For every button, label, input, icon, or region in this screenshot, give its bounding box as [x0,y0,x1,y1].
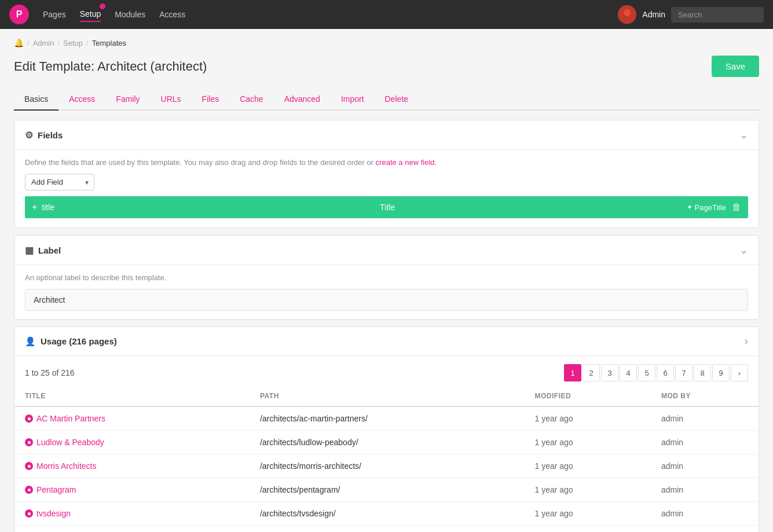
page-btn-3[interactable]: 3 [601,364,618,381]
fields-header: ⚙ Fields ⌄ [14,120,759,150]
label-header: ▦ Label ⌄ [14,236,759,265]
page-btn-5[interactable]: 5 [638,364,655,381]
fields-icon: ⚙ [25,130,33,141]
breadcrumb: 🔔 / Admin / Setup / Templates [14,38,759,47]
page-btn-2[interactable]: 2 [583,364,600,381]
add-field-wrapper: Add Field [25,174,94,190]
field-type-text: PageTitle [695,203,726,212]
tab-bar: Basics Access Family URLs Files Cache Ad… [14,89,759,111]
page-btn-9[interactable]: 9 [712,364,730,381]
page-btn-4[interactable]: 4 [620,364,637,381]
label-chevron[interactable]: ⌄ [739,244,748,256]
cell-title-1: Ludlow & Peabody [14,431,250,454]
table-row: Ludlow & Peabody /architects/ludlow-peab… [14,431,759,454]
usage-header[interactable]: 👤 Usage (216 pages) › [14,327,759,356]
cell-modified-5: 1 year ago [525,526,651,533]
table-row: Morris Architects /architects/morris-arc… [14,454,759,478]
search-input[interactable] [671,7,764,23]
cell-path-1: /architects/ludlow-peabody/ [250,431,525,454]
nav-badge [100,3,105,9]
page-icon-2 [25,462,33,470]
usage-panel: 👤 Usage (216 pages) › 1 to 25 of 216 1 2… [14,326,759,532]
label-icon: ▦ [25,245,34,256]
cell-modified-2: 1 year ago [525,454,651,478]
label-input[interactable] [25,289,748,311]
cell-path-3: /architects/pentagram/ [250,478,525,502]
breadcrumb-setup[interactable]: Setup [63,39,83,47]
page-link-1[interactable]: Ludlow & Peabody [25,438,239,447]
tab-files[interactable]: Files [192,89,230,111]
nav-pages[interactable]: Pages [43,8,66,21]
page-link-4[interactable]: tvsdesign [25,509,239,518]
sep-2: / [57,39,60,47]
label-body: An optional label to describe this templ… [14,265,759,319]
tab-basics[interactable]: Basics [14,89,58,111]
label-panel: ▦ Label ⌄ An optional label to describe … [14,235,759,320]
cell-modified-3: 1 year ago [525,478,651,502]
tab-access[interactable]: Access [58,89,105,111]
field-delete-button[interactable]: 🗑 [732,202,741,212]
cell-path-5: /architects/slce-architects-llp/ [250,526,525,533]
page-btn-1[interactable]: 1 [564,364,581,381]
nav-access[interactable]: Access [159,8,185,21]
cell-modified-4: 1 year ago [525,502,651,526]
cell-title-2: Morris Architects [14,454,250,478]
top-navigation: P Pages Setup Modules Access Admin [0,0,773,29]
sep-1: / [27,39,30,47]
field-label: Title [88,203,686,212]
add-field-select[interactable]: Add Field [25,174,94,190]
usage-title: 👤 Usage (216 pages) [25,336,117,347]
breadcrumb-admin[interactable]: Admin [33,39,54,47]
usage-title-text: Usage (216 pages) [41,336,117,346]
page-link-0[interactable]: AC Martin Partners [25,414,239,423]
page-link-2[interactable]: Morris Architects [25,461,239,471]
nav-setup[interactable]: Setup [80,7,101,22]
col-title: TITLE [14,386,250,406]
tab-delete[interactable]: Delete [375,89,419,111]
table-row: Pentagram /architects/pentagram/ 1 year … [14,478,759,502]
sep-3: / [86,39,89,47]
admin-area: Admin [618,5,764,24]
cell-modby-5: admin [651,526,759,533]
page-icon-3 [25,486,33,494]
create-field-link[interactable]: create a new field. [376,158,437,167]
cell-path-0: /architects/ac-martin-partners/ [250,406,525,431]
usage-icon: 👤 [25,336,36,347]
col-mod-by: MOD BY [651,386,759,406]
cell-modby-1: admin [651,431,759,454]
cell-modby-3: admin [651,478,759,502]
page-btn-next[interactable]: › [731,364,748,381]
col-modified: MODIFIED [525,386,651,406]
tab-advanced[interactable]: Advanced [274,89,331,111]
fields-panel: ⚙ Fields ⌄ Define the fields that are us… [14,120,759,228]
cell-modified-0: 1 year ago [525,406,651,431]
page-btn-8[interactable]: 8 [694,364,711,381]
tab-urls[interactable]: URLs [151,89,192,111]
fields-chevron[interactable]: ⌄ [739,129,748,141]
cell-path-2: /architects/morris-architects/ [250,454,525,478]
tab-cache[interactable]: Cache [229,89,273,111]
usage-table: TITLE PATH MODIFIED MOD BY AC Martin Par… [14,386,759,532]
page-icon-1 [25,438,33,446]
fields-desc: Define the fields that are used by this … [25,158,748,167]
nav-modules[interactable]: Modules [115,8,145,21]
main-content: 🔔 / Admin / Setup / Templates Edit Templ… [0,29,773,532]
svg-point-1 [624,9,631,16]
label-title-text: Label [38,245,61,255]
table-row: AC Martin Partners /architects/ac-martin… [14,406,759,431]
field-name: title [42,203,88,212]
avatar [618,5,636,24]
page-btn-7[interactable]: 7 [675,364,693,381]
fields-title-text: Fields [38,130,63,140]
pagination: 1 2 3 4 5 6 7 8 9 › [564,364,748,381]
breadcrumb-current: Templates [92,39,126,47]
tab-import[interactable]: Import [331,89,375,111]
usage-chevron[interactable]: › [745,335,748,347]
logo[interactable]: P [9,5,29,24]
page-link-3[interactable]: Pentagram [25,485,239,494]
fields-body: Define the fields that are used by this … [14,150,759,228]
tab-family[interactable]: Family [105,89,150,111]
save-button[interactable]: Save [712,56,759,77]
field-expand-icon[interactable]: + [32,202,37,212]
page-btn-6[interactable]: 6 [657,364,674,381]
